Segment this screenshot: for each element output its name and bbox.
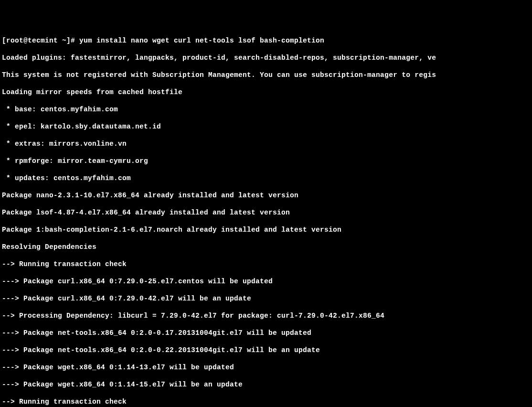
terminal-line: [root@tecmint ~]# yum install nano wget … — [2, 36, 530, 45]
terminal-line: Loaded plugins: fastestmirror, langpacks… — [2, 54, 530, 62]
terminal-line: Package 1:bash-completion-2.1-6.el7.noar… — [2, 225, 530, 234]
terminal-line: Package lsof-4.87-4.el7.x86_64 already i… — [2, 208, 530, 217]
terminal-line: ---> Package curl.x86_64 0:7.29.0-42.el7… — [2, 294, 530, 303]
terminal-line: * updates: centos.myfahim.com — [2, 174, 530, 182]
terminal-line: ---> Package wget.x86_64 0:1.14-13.el7 w… — [2, 363, 530, 372]
terminal-line: --> Running transaction check — [2, 260, 530, 268]
terminal-line: * epel: kartolo.sby.datautama.net.id — [2, 122, 530, 131]
terminal-line: ---> Package net-tools.x86_64 0:2.0-0.22… — [2, 346, 530, 354]
terminal-line: ---> Package wget.x86_64 0:1.14-15.el7 w… — [2, 380, 530, 389]
terminal-line: ---> Package curl.x86_64 0:7.29.0-25.el7… — [2, 277, 530, 286]
terminal-line: This system is not registered with Subsc… — [2, 71, 530, 79]
terminal-line: Package nano-2.3.1-10.el7.x86_64 already… — [2, 191, 530, 200]
terminal-line: Resolving Dependencies — [2, 243, 530, 251]
terminal-line: ---> Package net-tools.x86_64 0:2.0-0.17… — [2, 329, 530, 337]
shell-command: yum install nano wget curl net-tools lso… — [79, 37, 324, 44]
terminal-line: * extras: mirrors.vonline.vn — [2, 139, 530, 148]
terminal-line: --> Processing Dependency: libcurl = 7.2… — [2, 311, 530, 320]
terminal-line: * base: centos.myfahim.com — [2, 105, 530, 114]
terminal-line: --> Running transaction check — [2, 397, 530, 406]
shell-prompt: [root@tecmint ~]# — [2, 37, 79, 44]
terminal-line: Loading mirror speeds from cached hostfi… — [2, 88, 530, 96]
terminal-line: * rpmforge: mirror.team-cymru.org — [2, 157, 530, 165]
